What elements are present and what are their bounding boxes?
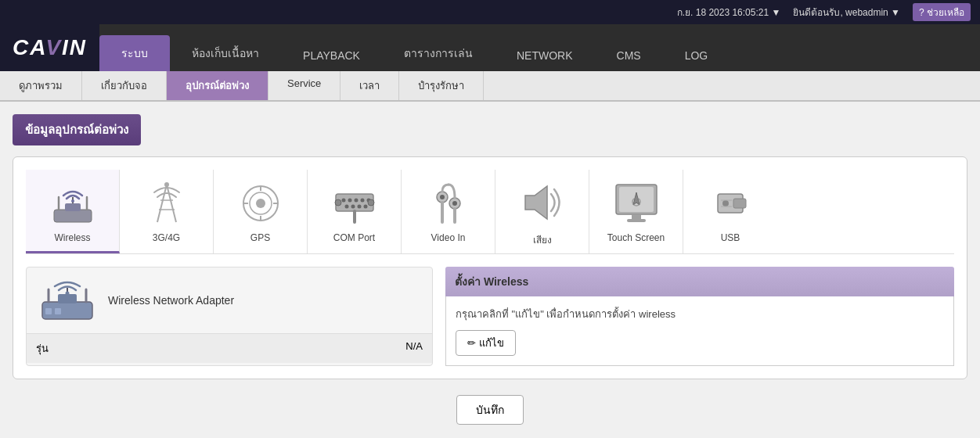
nav-tab-playback[interactable]: PLAYBACK <box>281 40 382 71</box>
svg-rect-40 <box>632 214 641 219</box>
nav-tab-schedule[interactable]: ตารางการเล่น <box>382 35 495 71</box>
device-icon-usb[interactable]: USB <box>683 170 777 253</box>
device-icon-3g4g[interactable]: 3G/4G <box>120 170 214 253</box>
svg-point-13 <box>256 199 265 208</box>
svg-point-24 <box>344 205 348 209</box>
page-content: ข้อมูลอุปกรณ์ต่อพ่วง <box>0 102 980 437</box>
svg-rect-55 <box>55 308 61 314</box>
wireless-settings-panel: ตั้งค่า Wireless กรุณาคลิกที่ "แก้ไข" เพ… <box>445 267 954 366</box>
svg-point-20 <box>348 199 351 203</box>
svg-point-29 <box>368 199 374 206</box>
svg-point-28 <box>335 199 341 206</box>
wireless-device-card: Wireless Network Adapter รุ่น N/A <box>26 267 433 366</box>
settings-body: กรุณาคลิกที่ "แก้ไข" เพื่อกำหนดการตั้งค่… <box>445 296 954 366</box>
sub-nav: ดูภาพรวม เกี่ยวกับจอ อุปกรณ์ต่อพ่วง Serv… <box>0 71 980 102</box>
save-area: บันทึก <box>13 395 967 425</box>
nav-tab-system[interactable]: ระบบ <box>99 35 170 71</box>
svg-rect-41 <box>627 219 646 222</box>
gps-icon <box>236 178 286 228</box>
gps-label: GPS <box>250 232 270 243</box>
wireless-label: Wireless <box>54 232 90 243</box>
svg-point-21 <box>354 199 358 203</box>
svg-point-27 <box>363 205 367 209</box>
main-nav-tabs: ระบบ ห้องเก็บเนื้อหา PLAYBACK ตารางการเล… <box>99 35 980 71</box>
settings-header: ตั้งค่า Wireless <box>445 267 954 296</box>
logo-text: CAVIN <box>13 35 87 60</box>
svg-rect-54 <box>45 308 52 314</box>
svg-point-51 <box>66 292 70 296</box>
device-icon-videoin[interactable]: Video In <box>402 170 495 253</box>
wireless-icon <box>48 178 98 228</box>
wireless-model-value: N/A <box>405 340 423 357</box>
sub-tab-peripherals[interactable]: อุปกรณ์ต่อพ่วง <box>167 71 268 100</box>
svg-point-35 <box>452 201 457 206</box>
wireless-model-label: รุ่น <box>36 340 49 357</box>
wireless-content: Wireless Network Adapter รุ่น N/A ตั้งค่… <box>26 267 954 366</box>
svg-marker-37 <box>525 186 547 219</box>
3g4g-icon <box>142 178 192 228</box>
svg-rect-49 <box>58 294 77 303</box>
svg-rect-1 <box>65 203 81 211</box>
usb-icon <box>705 178 755 228</box>
svg-point-26 <box>357 205 361 209</box>
device-panel: Wireless 3G/4 <box>13 156 967 379</box>
device-icon-wireless[interactable]: Wireless <box>26 170 120 253</box>
page-title: ข้อมูลอุปกรณ์ต่อพ่วง <box>13 114 141 145</box>
nav-tab-log[interactable]: LOG <box>663 40 730 71</box>
edit-button[interactable]: ✏ แก้ไข <box>456 330 516 356</box>
nav-tab-storage[interactable]: ห้องเก็บเนื้อหา <box>170 35 281 71</box>
datetime-dropdown[interactable]: ▼ <box>771 7 780 18</box>
user-dropdown[interactable]: ▼ <box>891 7 900 18</box>
top-bar: ก.ย. 18 2023 16:05:21 ▼ ยินดีต้อนรับ, we… <box>0 0 980 24</box>
svg-point-10 <box>164 182 169 187</box>
touchscreen-icon <box>611 178 661 228</box>
logo: CAVIN <box>0 24 99 71</box>
wireless-device-name: Wireless Network Adapter <box>108 294 234 307</box>
sub-tab-service[interactable]: Service <box>268 71 340 100</box>
audio-label: เสียง <box>533 232 552 247</box>
nav-tab-cms[interactable]: CMS <box>595 40 663 71</box>
svg-point-32 <box>440 195 445 199</box>
svg-point-45 <box>722 200 729 206</box>
audio-icon <box>517 178 567 228</box>
device-icon-gps[interactable]: GPS <box>214 170 308 253</box>
svg-point-25 <box>351 205 355 209</box>
svg-rect-0 <box>54 210 92 222</box>
help-button[interactable]: ? ช่วยเหลือ <box>913 3 971 21</box>
usb-label: USB <box>721 232 740 243</box>
device-icons-row: Wireless 3G/4 <box>26 170 954 254</box>
svg-rect-44 <box>733 199 746 208</box>
sub-tab-time[interactable]: เวลา <box>340 71 399 100</box>
main-nav: CAVIN ระบบ ห้องเก็บเนื้อหา PLAYBACK ตารา… <box>0 24 980 71</box>
nav-tab-network[interactable]: NETWORK <box>495 40 595 71</box>
save-button[interactable]: บันทึก <box>456 395 524 425</box>
wireless-device-icon <box>36 277 99 324</box>
sub-tab-maintenance[interactable]: ปำรุงรักษา <box>399 71 484 100</box>
svg-point-22 <box>360 199 364 203</box>
svg-point-3 <box>71 199 74 203</box>
device-icon-touchscreen[interactable]: Touch Screen <box>589 170 683 253</box>
sub-tab-overview[interactable]: ดูภาพรวม <box>0 71 82 100</box>
com-label: COM Port <box>333 232 375 243</box>
sub-tab-display[interactable]: เกี่ยวกับจอ <box>82 71 167 100</box>
touchscreen-label: Touch Screen <box>607 232 665 243</box>
user-welcome: ยินดีต้อนรับ, webadmin ▼ <box>793 5 900 20</box>
device-icon-com[interactable]: COM Port <box>308 170 402 253</box>
datetime: ก.ย. 18 2023 16:05:21 ▼ <box>677 5 781 20</box>
wireless-model-row: รุ่น N/A <box>27 333 432 363</box>
settings-description: กรุณาคลิกที่ "แก้ไข" เพื่อกำหนดการตั้งค่… <box>456 306 944 322</box>
com-icon <box>330 178 380 228</box>
svg-point-19 <box>341 199 345 203</box>
device-icon-audio[interactable]: เสียง <box>495 170 589 253</box>
videoin-icon <box>423 178 474 228</box>
wireless-device-top: Wireless Network Adapter <box>27 267 432 333</box>
3g4g-label: 3G/4G <box>153 232 180 243</box>
videoin-label: Video In <box>431 232 466 243</box>
